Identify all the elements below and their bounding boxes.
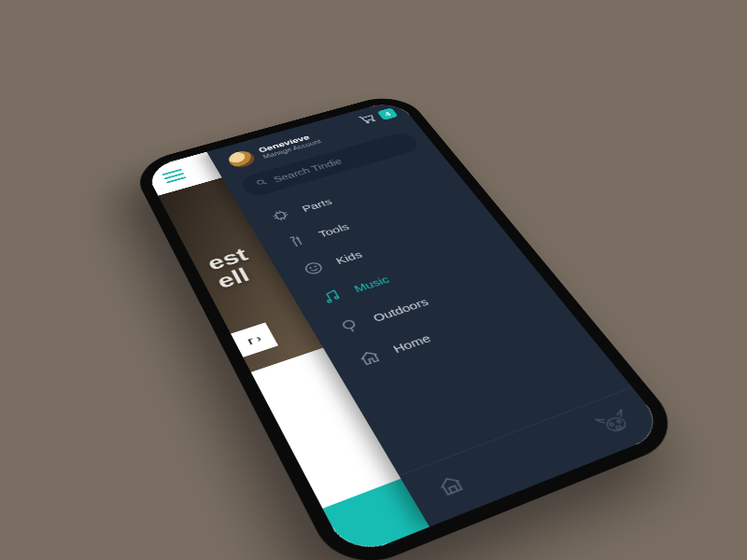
cart-count-badge: 4: [377, 107, 399, 120]
user-block[interactable]: Genevieve Manage Account: [258, 132, 323, 160]
mascot-icon: [586, 402, 644, 444]
menu-toggle-button[interactable]: [162, 169, 186, 184]
avatar[interactable]: [225, 148, 258, 169]
device-frame: estell r › Genevieve Manage Account: [129, 91, 689, 560]
nav-label: Kids: [333, 248, 364, 266]
cart-button[interactable]: 4: [356, 106, 400, 128]
nav-label: Tools: [317, 221, 351, 239]
svg-point-1: [373, 119, 375, 121]
smile-icon: [299, 259, 329, 278]
svg-point-13: [615, 425, 622, 429]
house-icon: [353, 346, 386, 369]
cart-icon: [356, 112, 381, 128]
svg-point-2: [257, 179, 264, 184]
svg-point-9: [342, 319, 356, 329]
svg-point-7: [327, 300, 331, 303]
hero-cta-button[interactable]: r ›: [231, 322, 278, 357]
tools-icon: [282, 232, 311, 251]
svg-point-0: [366, 121, 369, 123]
screen: estell r › Genevieve Manage Account: [144, 99, 669, 558]
tree-icon: [334, 315, 366, 337]
svg-point-6: [315, 266, 316, 267]
chip-icon: [266, 206, 295, 224]
nav-label: Home: [390, 331, 433, 355]
svg-point-11: [609, 422, 613, 426]
svg-point-10: [603, 415, 628, 433]
svg-point-5: [310, 268, 311, 269]
search-icon: [254, 177, 271, 189]
svg-point-4: [303, 261, 323, 275]
svg-point-8: [334, 296, 339, 299]
nav-label: Music: [351, 273, 391, 294]
nav-label: Parts: [300, 196, 333, 213]
nav-label: Outdoors: [371, 296, 431, 324]
drawer-footer: [399, 386, 669, 526]
house-icon[interactable]: [433, 470, 471, 502]
svg-point-12: [616, 419, 621, 423]
music-icon: [316, 287, 346, 307]
